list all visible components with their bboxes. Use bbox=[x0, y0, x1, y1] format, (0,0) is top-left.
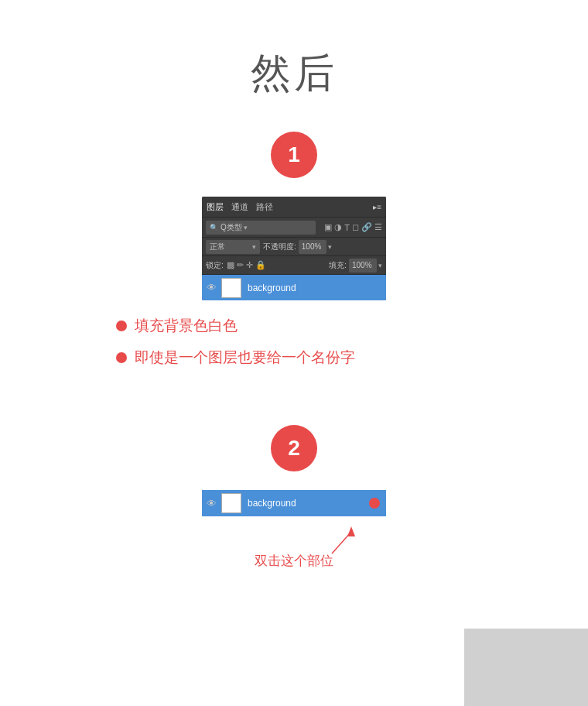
lock-row: 锁定: ▩ ✏ ✛ 🔒 填充: 100% ▾ bbox=[202, 255, 386, 274]
ps-panel-step1: 图层 通道 路径 ▸≡ 🔍 Q类型 ▾ ▣ ◑ T ◻ 🔗 ☰ 正 bbox=[202, 197, 386, 300]
opacity-dropdown-arrow: ▾ bbox=[328, 243, 332, 251]
lock-label: 锁定: bbox=[206, 260, 224, 271]
bullet-text-2: 即使是一个图层也要给一个名份字 bbox=[135, 348, 355, 368]
lock-icons: ▩ ✏ ✛ 🔒 bbox=[227, 260, 329, 270]
search-label: Q类型 bbox=[220, 222, 242, 233]
bullet-dot-1 bbox=[116, 320, 127, 331]
filter-more-icon[interactable]: ☰ bbox=[374, 222, 382, 232]
step2-badge: 2 bbox=[271, 425, 317, 471]
double-click-label: 双击这个部位 bbox=[255, 552, 333, 570]
visibility-icon[interactable]: 👁 bbox=[207, 282, 217, 293]
tab-channels[interactable]: 通道 bbox=[231, 201, 248, 213]
search-icon: 🔍 bbox=[210, 224, 218, 231]
tab-paths[interactable]: 路径 bbox=[256, 201, 273, 213]
fill-input[interactable]: 100% bbox=[349, 259, 377, 272]
filter-smart-icon[interactable]: 🔗 bbox=[361, 222, 372, 232]
svg-marker-1 bbox=[347, 526, 355, 536]
ps-filter-toolbar: 🔍 Q类型 ▾ ▣ ◑ T ◻ 🔗 ☰ bbox=[202, 217, 386, 237]
lock-all-icon[interactable]: 🔒 bbox=[255, 260, 266, 270]
step1-badge: 1 bbox=[271, 132, 317, 178]
blend-mode-label: 正常 bbox=[210, 242, 225, 252]
lock-paint-icon[interactable]: ✏ bbox=[237, 260, 244, 270]
bullet-section-step1: 填充背景色白色 即使是一个图层也要给一个名份字 bbox=[116, 316, 472, 379]
opacity-label: 不透明度: bbox=[263, 242, 296, 252]
bottom-right-gray-area bbox=[464, 629, 588, 706]
panel-menu-icon[interactable]: ▸≡ bbox=[373, 203, 381, 211]
fill-dropdown-arrow: ▾ bbox=[378, 262, 382, 269]
bullet-text-1: 填充背景色白色 bbox=[135, 316, 238, 337]
search-box[interactable]: 🔍 Q类型 ▾ bbox=[206, 221, 316, 235]
red-dot-indicator bbox=[369, 498, 380, 509]
arrow-label-container: 双击这个部位 bbox=[202, 529, 386, 575]
visibility-icon-step2[interactable]: 👁 bbox=[207, 498, 217, 509]
layer-thumbnail bbox=[221, 278, 241, 298]
blend-mode-select[interactable]: 正常 ▾ bbox=[206, 240, 260, 254]
arrow-icon bbox=[324, 523, 363, 561]
layer-filter-icons: ▣ ◑ T ◻ 🔗 ☰ bbox=[322, 222, 382, 232]
ps-panel-tabs: 图层 通道 路径 ▸≡ bbox=[202, 197, 386, 217]
filter-type-icon[interactable]: T bbox=[344, 223, 350, 232]
blend-row: 正常 ▾ 不透明度: 100% ▾ bbox=[202, 237, 386, 255]
layer-row-step2[interactable]: 👁 background bbox=[202, 490, 386, 516]
filter-pixel-icon[interactable]: ▣ bbox=[324, 222, 332, 232]
layer-name-step2: background bbox=[248, 498, 296, 509]
tab-layers[interactable]: 图层 bbox=[207, 201, 224, 213]
bullet-item-1: 填充背景色白色 bbox=[116, 316, 472, 337]
lock-transparency-icon[interactable]: ▩ bbox=[227, 260, 234, 270]
layer-thumbnail-step2 bbox=[221, 493, 241, 513]
layer-name-step1: background bbox=[248, 283, 296, 293]
ps-panel-step2: 👁 background bbox=[202, 490, 386, 516]
fill-value: 100% bbox=[352, 261, 372, 269]
blend-dropdown-arrow: ▾ bbox=[252, 243, 256, 251]
page-container: 然后 1 图层 通道 路径 ▸≡ 🔍 Q类型 ▾ ▣ ◑ T ◻ 🔗 ☰ bbox=[0, 0, 588, 606]
bullet-dot-2 bbox=[116, 352, 127, 363]
filter-adjust-icon[interactable]: ◑ bbox=[334, 222, 342, 232]
filter-shape-icon[interactable]: ◻ bbox=[352, 222, 359, 232]
opacity-input[interactable]: 100% bbox=[299, 240, 326, 254]
fill-area: 填充: 100% ▾ bbox=[329, 259, 382, 272]
search-dropdown-arrow[interactable]: ▾ bbox=[244, 224, 248, 231]
then-heading: 然后 bbox=[251, 46, 337, 101]
fill-label: 填充: bbox=[329, 260, 347, 271]
layer-row-step1[interactable]: 👁 background bbox=[202, 274, 386, 300]
opacity-row: 不透明度: 100% ▾ bbox=[263, 240, 382, 254]
bullet-item-2: 即使是一个图层也要给一个名份字 bbox=[116, 348, 472, 368]
opacity-value: 100% bbox=[302, 242, 322, 251]
lock-move-icon[interactable]: ✛ bbox=[246, 260, 253, 270]
